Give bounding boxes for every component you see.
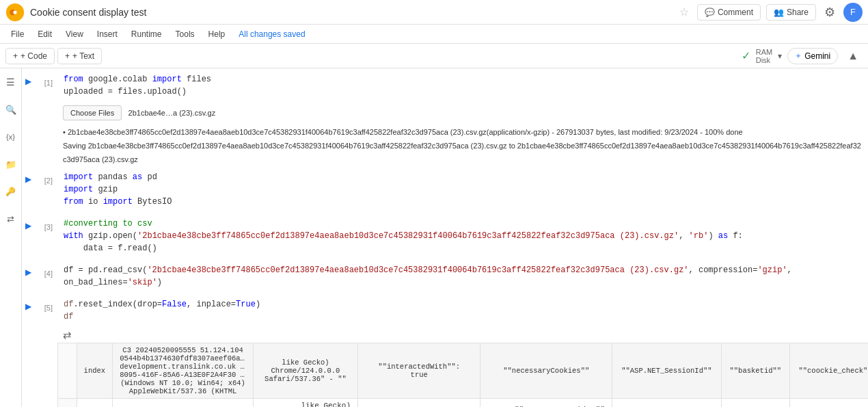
menu-view[interactable]: View — [60, 28, 89, 40]
df-table: index C3 20240520095555 51.124.1040544b4… — [57, 343, 868, 407]
cell-2: ▶ [2] import pandas as pd import gzip fr… — [22, 166, 868, 213]
cell-2-run-icon[interactable]: ▶ — [23, 172, 33, 186]
upload-bullet: • — [63, 128, 66, 136]
sidebar-search-icon[interactable]: 🔍 — [3, 101, 19, 118]
svg-point-3 — [13, 10, 16, 14]
notebook: ▶ [1] from google.colab import files upl… — [22, 68, 868, 407]
df-row-0-basket: ""basketid"" — [721, 399, 789, 407]
cell-1-run-icon[interactable]: ▶ — [23, 75, 33, 88]
comment-icon: 💬 — [705, 8, 715, 17]
cell-2-code[interactable]: import pandas as pd import gzip from io … — [58, 168, 867, 211]
cell-1-code[interactable]: from google.colab import files uploaded … — [58, 70, 867, 101]
cell-4: ▶ [4] df = pd.read_csv('2b1cbae4e38cbe3f… — [22, 259, 868, 293]
df-col-blank — [58, 343, 77, 399]
df-row-0-coockie: ""coockie_check"" — [789, 399, 868, 407]
avatar[interactable]: F — [843, 3, 863, 22]
menu-insert[interactable]: Insert — [92, 28, 123, 40]
df-row-0-session: ""ASP.NET_SessionId"" — [612, 399, 722, 407]
df-row-0-rowidx: 0 — [58, 399, 77, 407]
toolbar-right: ✓ RAMDisk ▾ ✦ Gemini ▲ — [742, 48, 863, 64]
gemini-button[interactable]: ✦ Gemini — [787, 48, 838, 64]
autosave-status: All changes saved — [239, 29, 305, 39]
df-row-0: 0 0 C3 20240520095555 51.124.1040544b4b1… — [58, 399, 869, 407]
upload-info: • 2b1cbae4e38cbe3ff74865cc0ef2d13897e4ae… — [22, 126, 868, 166]
sidebar-variables-icon[interactable]: {x} — [3, 129, 19, 145]
sidebar-files-icon[interactable]: 📁 — [3, 156, 19, 172]
df-col-c3: C3 20240520095555 51.124.1040544b4b13746… — [113, 343, 254, 399]
df-row-0-interacted: ""interactedWith"": true — [358, 399, 480, 407]
settings-icon[interactable]: ⚙ — [822, 2, 838, 23]
df-tools-row: ⇄ — [57, 328, 868, 343]
cell-3-code[interactable]: #converting to csv with gzip.open('2b1cb… — [58, 215, 867, 257]
sidebar-menu-icon[interactable]: ☰ — [3, 74, 19, 90]
topbar-actions: 💬 Comment 👥 Share ⚙ F — [697, 2, 863, 23]
plus-code-icon: + — [13, 51, 18, 61]
cell-1-gutter: ▶ [1] — [23, 70, 58, 88]
cell-5-gutter: ▶ [5] — [23, 296, 58, 313]
collapse-icon[interactable]: ▲ — [843, 49, 863, 64]
df-col-coockie: ""coockie_check"" — [789, 343, 868, 399]
upload-info-line2: Saving 2b1cbae4e38cbe3ff74865cc0ef2d1389… — [63, 142, 861, 163]
df-table-container: index C3 20240520095555 51.124.1040544b4… — [57, 343, 868, 407]
df-col-basket: ""basketid"" — [721, 343, 789, 399]
cell-4-run-icon[interactable]: ▶ — [23, 265, 33, 279]
share-icon: 👥 — [774, 8, 784, 17]
upload-filename: 2b1cbae4e…a (23).csv.gz — [128, 109, 216, 117]
menu-tools[interactable]: Tools — [170, 28, 200, 40]
add-code-button[interactable]: + + Code — [5, 48, 55, 64]
cell-4-number: [4] — [36, 265, 53, 278]
cell-5-number: [5] — [36, 300, 53, 312]
sidebar-runtime-icon[interactable]: ⇄ — [3, 211, 19, 227]
df-col-gecko: like Gecko)Chrome/124.0.0.0Safari/537.36… — [253, 343, 357, 399]
df-col-session: ""ASP.NET_SessionId"" — [612, 343, 722, 399]
upload-section: Choose Files 2b1cbae4e…a (23).csv.gz — [57, 103, 868, 123]
df-col-interacted: ""interactedWith"":true — [358, 343, 480, 399]
notebook-title: Cookie consent display test — [30, 7, 679, 18]
sidebar-secrets-icon[interactable]: 🔑 — [3, 183, 19, 200]
gemini-star-icon: ✦ — [795, 51, 802, 61]
connected-check-icon: ✓ — [742, 49, 750, 62]
menu-help[interactable]: Help — [203, 28, 231, 40]
cell-4-code[interactable]: df = pd.read_csv('2b1cbae4e38cbe3ff74865… — [58, 261, 867, 291]
cell-3-number: [3] — [36, 219, 53, 231]
cell-2-gutter: ▶ [2] — [23, 168, 58, 186]
df-row-0-idx: 0 — [77, 399, 113, 407]
menu-edit[interactable]: Edit — [32, 28, 57, 40]
cell-3-gutter: ▶ [3] — [23, 215, 58, 233]
left-sidebar: ☰ 🔍 {x} 📁 🔑 ⇄ — [0, 68, 22, 407]
ram-disk-dropdown-icon[interactable]: ▾ — [778, 51, 782, 61]
cell-5-code[interactable]: df.reset_index(drop=False, inplace=True)… — [58, 296, 867, 326]
upload-info-line1: 2b1cbae4e38cbe3ff74865cc0ef2d13897e4aea8… — [68, 128, 743, 136]
topbar: Cookie consent display test ☆ 💬 Comment … — [0, 0, 868, 25]
menubar: File Edit View Insert Runtime Tools Help… — [0, 25, 868, 44]
cell-1-output: Choose Files 2b1cbae4e…a (23).csv.gz • 2… — [22, 103, 868, 166]
cell-3: ▶ [3] #converting to csv with gzip.open(… — [22, 213, 868, 259]
df-row-0-necessary: ""necessaryCookies""[""__RequestVerifica… — [480, 399, 612, 407]
toolbar: + + Code + + Text ✓ RAMDisk ▾ ✦ Gemini ▲ — [0, 44, 868, 68]
comment-button[interactable]: 💬 Comment — [697, 4, 761, 21]
cell-1: ▶ [1] from google.colab import files upl… — [22, 68, 868, 103]
cell-3-run-icon[interactable]: ▶ — [23, 219, 33, 233]
cell-5-run-icon[interactable]: ▶ — [23, 300, 33, 313]
cell-2-number: [2] — [36, 172, 53, 185]
cell-5-output: ⇄ index C3 20240520095555 51.124.1040544… — [22, 328, 868, 407]
cell-5: ▶ [5] df.reset_index(drop=False, inplace… — [22, 293, 868, 328]
cell-1-number: [1] — [36, 75, 53, 87]
menu-runtime[interactable]: Runtime — [126, 28, 167, 40]
colab-logo — [5, 3, 25, 22]
main-layout: ☰ 🔍 {x} 📁 🔑 ⇄ ▶ [1] from google.colab im… — [0, 68, 868, 407]
df-row-0-gecko: like Gecko)Chrome/124.0.0.0Safari/537.36… — [253, 399, 357, 407]
df-sort-icon[interactable]: ⇄ — [63, 329, 72, 341]
share-button[interactable]: 👥 Share — [766, 4, 816, 21]
ram-disk-indicator: RAMDisk — [756, 48, 772, 64]
choose-files-button[interactable]: Choose Files — [63, 105, 122, 120]
menu-file[interactable]: File — [5, 28, 29, 40]
df-header-row: index C3 20240520095555 51.124.1040544b4… — [58, 343, 869, 399]
cell-4-gutter: ▶ [4] — [23, 261, 58, 279]
df-col-necessary: ""necessaryCookies"" — [480, 343, 612, 399]
df-col-index: index — [77, 343, 113, 399]
star-icon[interactable]: ☆ — [679, 5, 689, 18]
plus-text-icon: + — [65, 51, 70, 61]
add-text-button[interactable]: + + Text — [57, 48, 102, 64]
df-row-0-c3: C3 20240520095555 51.124.1040544b4b13746… — [113, 399, 254, 407]
